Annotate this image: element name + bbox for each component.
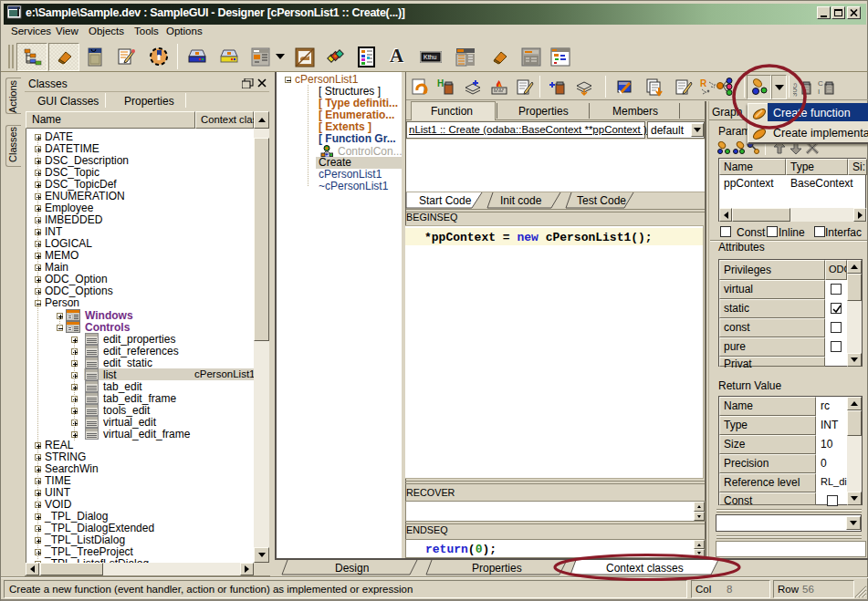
svg-text:Properties: Properties xyxy=(472,562,522,575)
svg-text:C: C xyxy=(818,79,823,88)
svg-text:I: I xyxy=(818,88,820,96)
svg-text:Design: Design xyxy=(335,562,369,575)
svg-text:R: R xyxy=(700,78,707,88)
svg-text:Init code: Init code xyxy=(500,194,542,207)
svg-text:Test Code: Test Code xyxy=(577,194,626,207)
svg-text:Start Code: Start Code xyxy=(419,194,472,207)
svg-text:30G: 30G xyxy=(793,83,799,97)
svg-text:Context classes: Context classes xyxy=(606,562,684,575)
svg-text:H: H xyxy=(437,78,444,88)
svg-text:Kthu: Kthu xyxy=(424,54,437,60)
